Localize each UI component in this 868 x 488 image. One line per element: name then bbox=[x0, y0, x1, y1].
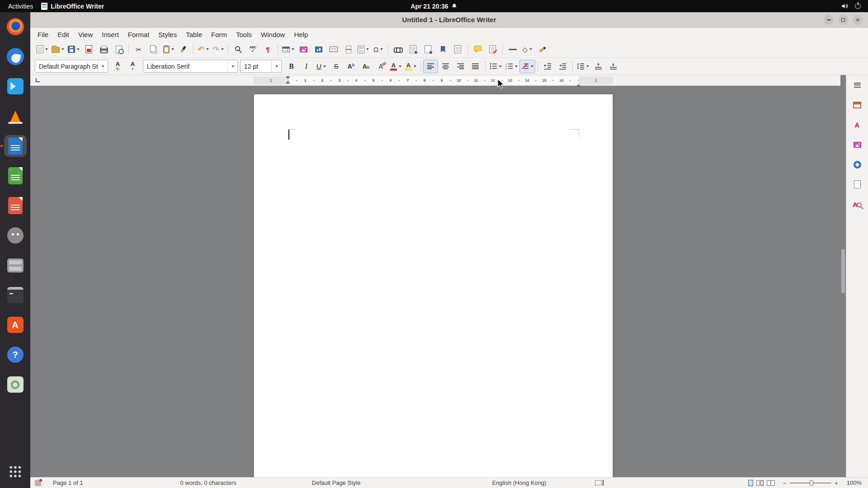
vertical-scrollbar[interactable] bbox=[840, 75, 846, 477]
zoom-level[interactable]: 100% bbox=[842, 479, 862, 486]
insert-text-box-button[interactable] bbox=[326, 42, 341, 56]
undo-dropdown-arrow[interactable] bbox=[206, 48, 209, 50]
insert-hyperlink-button[interactable] bbox=[391, 42, 406, 56]
font-color-dropdown-arrow[interactable] bbox=[399, 66, 401, 67]
table-dropdown-arrow[interactable] bbox=[292, 48, 294, 50]
font-name-dropdown[interactable] bbox=[227, 60, 237, 72]
increase-paragraph-spacing-button[interactable] bbox=[591, 60, 606, 73]
menu-tools[interactable]: Tools bbox=[231, 29, 256, 40]
ruler-scale[interactable]: 1 1 2 3 4 5 6 7 8 9 10 11 12 13 bbox=[254, 76, 613, 84]
bold-button[interactable]: B bbox=[284, 60, 299, 73]
new-style-button[interactable]: A+ bbox=[125, 60, 140, 73]
sidebar-properties-button[interactable] bbox=[849, 98, 865, 112]
dock-item-gimp[interactable] bbox=[4, 225, 27, 246]
insert-chart-button[interactable] bbox=[311, 42, 326, 56]
dock-item-terminal[interactable] bbox=[4, 284, 27, 306]
save-status-icon[interactable] bbox=[35, 480, 41, 486]
paragraph-style-dropdown[interactable] bbox=[98, 60, 108, 72]
menu-styles[interactable]: Styles bbox=[154, 29, 181, 40]
font-color-button[interactable]: A bbox=[388, 60, 403, 73]
new-button[interactable] bbox=[35, 42, 50, 56]
menu-table[interactable]: Table bbox=[181, 29, 207, 40]
underline-button[interactable]: U bbox=[314, 60, 329, 73]
print-button[interactable] bbox=[96, 42, 111, 56]
paste-dropdown-arrow[interactable] bbox=[171, 48, 174, 50]
text-language[interactable]: English (Hong Kong) bbox=[492, 479, 546, 486]
menu-view[interactable]: View bbox=[74, 29, 97, 40]
align-right-button[interactable] bbox=[453, 60, 468, 73]
insert-special-character-button[interactable]: Ω bbox=[371, 42, 386, 56]
italic-button[interactable]: I bbox=[299, 60, 314, 73]
book-view-button[interactable] bbox=[767, 480, 775, 486]
copy-button[interactable] bbox=[146, 42, 161, 56]
redo-dropdown-arrow[interactable] bbox=[221, 48, 224, 50]
dock-item-libreoffice-impress[interactable] bbox=[4, 195, 27, 216]
zoom-out-button[interactable]: − bbox=[783, 480, 787, 486]
align-left-button[interactable] bbox=[423, 60, 438, 73]
spelling-button[interactable]: ABC✓ bbox=[245, 42, 260, 56]
highlight-dropdown-arrow[interactable] bbox=[414, 66, 416, 67]
selection-mode-indicator[interactable] bbox=[595, 480, 604, 486]
menu-insert[interactable]: Insert bbox=[97, 29, 123, 40]
close-button[interactable]: × bbox=[853, 15, 863, 25]
document-view[interactable] bbox=[30, 86, 840, 477]
print-preview-button[interactable] bbox=[111, 42, 126, 56]
subscript-button[interactable]: Ab bbox=[359, 60, 373, 73]
superscript-button[interactable]: Ab bbox=[344, 60, 359, 73]
field-dropdown-arrow[interactable] bbox=[366, 48, 369, 50]
save-button[interactable] bbox=[66, 42, 81, 56]
font-size-dropdown[interactable] bbox=[271, 60, 281, 72]
focused-app-menu[interactable]: LibreOffice Writer bbox=[41, 3, 104, 10]
sidebar-style-inspector-button[interactable]: A bbox=[849, 197, 865, 211]
increase-indent-button[interactable] bbox=[540, 60, 555, 73]
hanging-indent-marker[interactable] bbox=[286, 81, 290, 84]
dock-item-vscode[interactable] bbox=[4, 75, 27, 97]
dock-item-vlc[interactable] bbox=[4, 105, 27, 127]
show-draw-functions-button[interactable] bbox=[535, 42, 550, 56]
sidebar-gallery-button[interactable] bbox=[849, 137, 865, 152]
dock-item-software-updater[interactable] bbox=[4, 374, 27, 395]
paragraph-style-combobox[interactable]: Default Paragraph Style bbox=[35, 60, 108, 73]
no-list-dropdown-arrow[interactable] bbox=[531, 66, 533, 67]
insert-table-button[interactable] bbox=[280, 42, 296, 56]
dock-item-help[interactable]: ? bbox=[4, 344, 27, 366]
dock-item-firefox[interactable] bbox=[4, 16, 27, 38]
menu-format[interactable]: Format bbox=[123, 29, 154, 40]
page-style[interactable]: Default Page Style bbox=[312, 479, 361, 486]
dock-item-ubuntu-software[interactable]: A bbox=[4, 314, 27, 336]
track-changes-button[interactable] bbox=[485, 42, 500, 56]
dock-item-libreoffice-calc[interactable] bbox=[4, 165, 27, 187]
new-dropdown-arrow[interactable] bbox=[45, 48, 48, 50]
first-line-indent-marker[interactable] bbox=[286, 76, 290, 79]
right-indent-marker[interactable] bbox=[576, 76, 581, 84]
clear-formatting-button[interactable]: A bbox=[373, 60, 388, 73]
page-count[interactable]: Page 1 of 1 bbox=[53, 479, 83, 486]
shapes-dropdown-arrow[interactable] bbox=[529, 48, 532, 50]
system-tray[interactable] bbox=[841, 3, 868, 9]
ordered-list-button[interactable]: 123 bbox=[504, 60, 519, 73]
redo-button[interactable]: ↷ bbox=[211, 42, 226, 56]
menu-window[interactable]: Window bbox=[256, 29, 289, 40]
insert-footnote-button[interactable] bbox=[406, 42, 420, 56]
update-style-button[interactable]: A↻ bbox=[110, 60, 125, 73]
insert-bookmark-button[interactable] bbox=[435, 42, 450, 56]
zoom-in-button[interactable]: + bbox=[835, 480, 838, 486]
sidebar-styles-button[interactable]: A bbox=[849, 117, 865, 132]
sidebar-page-button[interactable] bbox=[849, 177, 865, 192]
insert-field-button[interactable] bbox=[356, 42, 371, 56]
maximize-button[interactable] bbox=[838, 15, 848, 25]
dock-item-thunderbird[interactable] bbox=[4, 46, 27, 67]
horizontal-ruler[interactable]: 1 1 2 3 4 5 6 7 8 9 10 11 12 13 bbox=[30, 75, 840, 86]
insert-page-break-button[interactable] bbox=[341, 42, 356, 56]
paste-button[interactable] bbox=[161, 42, 176, 56]
undo-button[interactable]: ↶ bbox=[196, 42, 211, 56]
dock-item-files[interactable] bbox=[4, 254, 27, 276]
show-applications-button[interactable] bbox=[4, 461, 27, 483]
highlight-color-button[interactable]: A bbox=[403, 60, 418, 73]
decrease-paragraph-spacing-button[interactable] bbox=[606, 60, 621, 73]
title-bar[interactable]: Untitled 1 - LibreOffice Writer × bbox=[30, 12, 868, 28]
font-name-combobox[interactable]: Liberation Serif bbox=[143, 60, 238, 73]
left-indent-marker[interactable] bbox=[286, 76, 290, 84]
document-page[interactable] bbox=[254, 94, 613, 477]
underline-dropdown-arrow[interactable] bbox=[323, 66, 326, 67]
